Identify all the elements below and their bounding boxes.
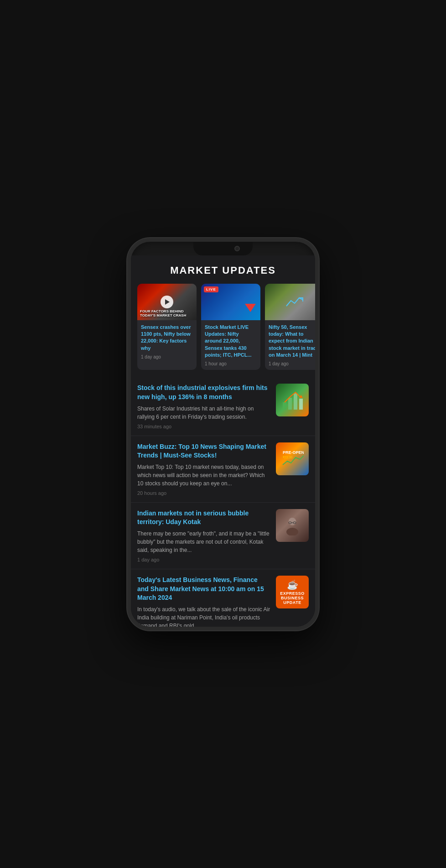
news-desc-3: There may be some "early froth", and it … (137, 530, 270, 554)
svg-rect-3 (294, 393, 297, 410)
news-title-3: Indian markets not in serious bubble ter… (137, 509, 270, 527)
card-title-1: Sensex crashes over 1100 pts, Nifty belo… (141, 324, 193, 352)
svg-text:₹72.30: ₹72.30 (283, 456, 293, 459)
news-desc-2: Market Top 10: Top 10 market news today,… (137, 463, 270, 488)
video-card-3[interactable]: Nifty 50, Sensex today: What to expect f… (265, 284, 315, 370)
card-time-2: 1 hour ago (205, 361, 257, 366)
card-time-3: 1 day ago (269, 361, 315, 366)
video-card-1[interactable]: FOUR FACTORS BEHIND TODAY'S MARKET CRASH… (137, 284, 197, 370)
card-time-1: 1 day ago (141, 354, 193, 359)
video-cards-row[interactable]: FOUR FACTORS BEHIND TODAY'S MARKET CRASH… (131, 284, 315, 378)
card-title-2: Stock Market LIVE Updates: Nifty around … (205, 324, 257, 359)
news-item-4[interactable]: Today's Latest Business News, Finance an… (131, 569, 315, 626)
news-thumb-3 (276, 509, 309, 542)
news-thumb-1 (276, 384, 309, 416)
svg-text:PRE-OPEN: PRE-OPEN (283, 450, 304, 455)
phone-notch (193, 242, 253, 255)
svg-rect-1 (283, 402, 286, 410)
news-item-1[interactable]: Stock of this industrial explosives firm… (131, 377, 315, 436)
news-desc-1: Shares of Solar Industries hit an all-ti… (137, 405, 270, 421)
front-camera (234, 246, 240, 251)
news-thumb-2: PRE-OPEN ₹72.30 (276, 442, 309, 475)
video-card-2[interactable]: LIVE Stock Market LIVE Updates: Nifty ar… (201, 284, 260, 370)
news-title-4: Today's Latest Business News, Finance an… (137, 576, 270, 603)
video-thumb-1: FOUR FACTORS BEHIND TODAY'S MARKET CRASH (137, 284, 197, 320)
svg-marker-0 (245, 304, 256, 312)
phone-frame: MARKET UPDATES FOUR FACTORS BEHIND TODAY… (127, 238, 319, 630)
expresso-logo-text: EXPRESSOBUSINESSUPDATE (280, 591, 305, 605)
video-thumb-3 (265, 284, 315, 320)
avatar-uday-kotak (276, 509, 309, 542)
expresso-cup-icon: ☕ (287, 579, 298, 590)
news-thumb-4: ☕ EXPRESSOBUSINESSUPDATE (276, 576, 309, 608)
svg-rect-4 (299, 399, 303, 410)
news-title-2: Market Buzz: Top 10 News Shaping Market … (137, 442, 270, 460)
play-button-1[interactable] (161, 296, 173, 308)
news-text-2: Market Buzz: Top 10 News Shaping Market … (137, 442, 270, 496)
news-text-3: Indian markets not in serious bubble ter… (137, 509, 270, 562)
video-thumb-2: LIVE (201, 284, 260, 320)
card-body-3: Nifty 50, Sensex today: What to expect f… (265, 320, 315, 370)
news-desc-4: In today's audio, we talk about the sale… (137, 605, 270, 627)
news-item-2[interactable]: Market Buzz: Top 10 News Shaping Market … (131, 436, 315, 503)
news-text-4: Today's Latest Business News, Finance an… (137, 576, 270, 626)
card-body-2: Stock Market LIVE Updates: Nifty around … (201, 320, 260, 370)
card-title-3: Nifty 50, Sensex today: What to expect f… (269, 324, 315, 359)
news-item-3[interactable]: Indian markets not in serious bubble ter… (131, 503, 315, 569)
news-text-1: Stock of this industrial explosives firm… (137, 384, 270, 429)
svg-point-10 (289, 518, 296, 525)
news-time-2: 20 hours ago (137, 490, 270, 496)
phone-screen[interactable]: MARKET UPDATES FOUR FACTORS BEHIND TODAY… (131, 255, 315, 627)
play-icon-1 (165, 299, 170, 305)
news-time-1: 33 minutes ago (137, 424, 270, 429)
news-time-3: 1 day ago (137, 557, 270, 562)
card-body-1: Sensex crashes over 1100 pts, Nifty belo… (137, 320, 197, 364)
chart-icon-1 (276, 384, 309, 416)
news-title-1: Stock of this industrial explosives firm… (137, 384, 270, 401)
page-title: MARKET UPDATES (131, 255, 315, 284)
thumb-text-1: FOUR FACTORS BEHIND TODAY'S MARKET CRASH (140, 309, 194, 317)
svg-point-9 (286, 528, 298, 535)
svg-rect-2 (288, 398, 292, 410)
live-badge-2: LIVE (204, 286, 218, 292)
